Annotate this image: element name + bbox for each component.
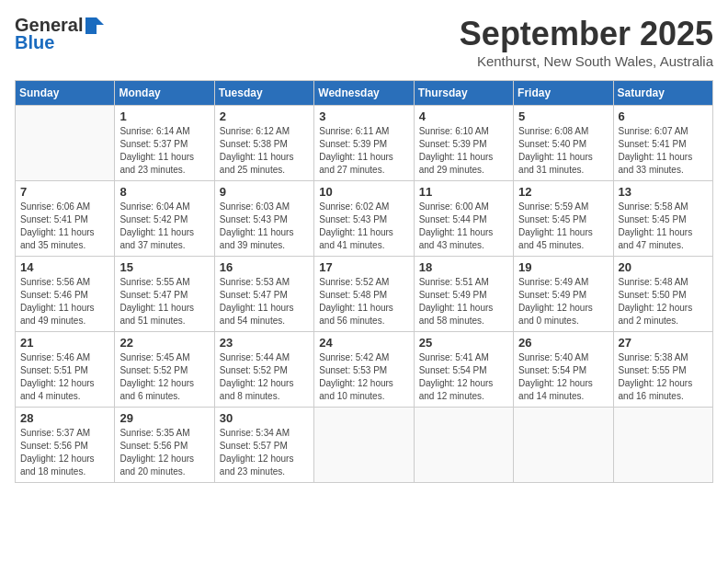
day-info: Sunrise: 6:14 AM Sunset: 5:37 PM Dayligh…	[119, 125, 209, 177]
day-number: 6	[619, 109, 708, 123]
header: General Blue September 2025 Kenthurst, N…	[15, 15, 713, 69]
col-header-friday: Friday	[514, 81, 613, 106]
day-info: Sunrise: 5:56 AM Sunset: 5:46 PM Dayligh…	[20, 276, 109, 327]
logo-blue: Blue	[15, 32, 54, 53]
day-info: Sunrise: 5:48 AM Sunset: 5:50 PM Dayligh…	[619, 276, 708, 327]
logo: General Blue	[15, 15, 105, 53]
calendar-cell: 25Sunrise: 5:41 AM Sunset: 5:54 PM Dayli…	[414, 332, 513, 408]
col-header-monday: Monday	[115, 81, 214, 106]
calendar-week-row: 1Sunrise: 6:14 AM Sunset: 5:37 PM Daylig…	[16, 106, 713, 181]
day-number: 24	[319, 336, 408, 350]
day-info: Sunrise: 6:03 AM Sunset: 5:43 PM Dayligh…	[220, 201, 309, 252]
location: Kenthurst, New South Wales, Australia	[460, 53, 713, 69]
col-header-thursday: Thursday	[414, 81, 513, 106]
day-number: 27	[619, 336, 708, 350]
calendar-cell: 11Sunrise: 6:00 AM Sunset: 5:44 PM Dayli…	[414, 181, 513, 257]
calendar-cell: 22Sunrise: 5:45 AM Sunset: 5:52 PM Dayli…	[115, 332, 214, 408]
day-number: 13	[619, 185, 708, 199]
day-number: 28	[20, 411, 109, 425]
calendar-cell: 30Sunrise: 5:34 AM Sunset: 5:57 PM Dayli…	[214, 408, 313, 483]
day-info: Sunrise: 6:00 AM Sunset: 5:44 PM Dayligh…	[419, 201, 508, 252]
day-number: 29	[119, 411, 209, 425]
day-number: 23	[220, 336, 309, 350]
day-info: Sunrise: 5:45 AM Sunset: 5:52 PM Dayligh…	[119, 351, 209, 403]
day-info: Sunrise: 5:51 AM Sunset: 5:49 PM Dayligh…	[419, 276, 508, 327]
day-info: Sunrise: 5:49 AM Sunset: 5:49 PM Dayligh…	[518, 276, 608, 327]
title-area: September 2025 Kenthurst, New South Wale…	[460, 15, 713, 69]
logo-icon	[84, 17, 104, 34]
day-info: Sunrise: 5:40 AM Sunset: 5:54 PM Dayligh…	[518, 351, 608, 403]
calendar-cell: 12Sunrise: 5:59 AM Sunset: 5:45 PM Dayli…	[514, 181, 613, 257]
calendar-cell: 16Sunrise: 5:53 AM Sunset: 5:47 PM Dayli…	[214, 257, 313, 332]
day-info: Sunrise: 5:46 AM Sunset: 5:51 PM Dayligh…	[20, 351, 109, 403]
day-number: 15	[119, 260, 209, 274]
svg-marker-0	[85, 17, 104, 34]
calendar-cell: 19Sunrise: 5:49 AM Sunset: 5:49 PM Dayli…	[514, 257, 613, 332]
calendar-cell: 8Sunrise: 6:04 AM Sunset: 5:42 PM Daylig…	[115, 181, 214, 257]
calendar-cell: 17Sunrise: 5:52 AM Sunset: 5:48 PM Dayli…	[314, 257, 414, 332]
col-header-sunday: Sunday	[16, 81, 115, 106]
calendar-cell: 27Sunrise: 5:38 AM Sunset: 5:55 PM Dayli…	[613, 332, 712, 408]
day-info: Sunrise: 5:35 AM Sunset: 5:56 PM Dayligh…	[119, 427, 209, 478]
day-info: Sunrise: 5:53 AM Sunset: 5:47 PM Dayligh…	[220, 276, 309, 327]
day-number: 20	[619, 260, 708, 274]
calendar-cell	[613, 408, 712, 483]
calendar-cell: 28Sunrise: 5:37 AM Sunset: 5:56 PM Dayli…	[16, 408, 115, 483]
day-number: 3	[319, 109, 408, 123]
calendar-cell: 1Sunrise: 6:14 AM Sunset: 5:37 PM Daylig…	[115, 106, 214, 181]
day-info: Sunrise: 6:10 AM Sunset: 5:39 PM Dayligh…	[419, 125, 508, 177]
day-number: 19	[518, 260, 608, 274]
day-number: 16	[220, 260, 309, 274]
day-info: Sunrise: 5:41 AM Sunset: 5:54 PM Dayligh…	[419, 351, 508, 403]
day-info: Sunrise: 6:11 AM Sunset: 5:39 PM Dayligh…	[319, 125, 408, 177]
calendar-cell: 3Sunrise: 6:11 AM Sunset: 5:39 PM Daylig…	[314, 106, 414, 181]
calendar-cell: 2Sunrise: 6:12 AM Sunset: 5:38 PM Daylig…	[214, 106, 313, 181]
day-number: 18	[419, 260, 508, 274]
calendar-cell: 14Sunrise: 5:56 AM Sunset: 5:46 PM Dayli…	[16, 257, 115, 332]
day-number: 4	[419, 109, 508, 123]
calendar-cell	[314, 408, 414, 483]
day-number: 26	[518, 336, 608, 350]
day-number: 14	[20, 260, 109, 274]
day-number: 11	[419, 185, 508, 199]
day-info: Sunrise: 6:04 AM Sunset: 5:42 PM Dayligh…	[119, 201, 209, 252]
day-info: Sunrise: 6:08 AM Sunset: 5:40 PM Dayligh…	[518, 125, 608, 177]
calendar-cell: 23Sunrise: 5:44 AM Sunset: 5:52 PM Dayli…	[214, 332, 313, 408]
col-header-tuesday: Tuesday	[214, 81, 313, 106]
day-number: 22	[119, 336, 209, 350]
day-number: 9	[220, 185, 309, 199]
calendar-cell	[414, 408, 513, 483]
day-info: Sunrise: 5:52 AM Sunset: 5:48 PM Dayligh…	[319, 276, 408, 327]
day-number: 2	[220, 109, 309, 123]
calendar-week-row: 28Sunrise: 5:37 AM Sunset: 5:56 PM Dayli…	[16, 408, 713, 483]
day-number: 5	[518, 109, 608, 123]
calendar-cell: 18Sunrise: 5:51 AM Sunset: 5:49 PM Dayli…	[414, 257, 513, 332]
calendar-cell: 20Sunrise: 5:48 AM Sunset: 5:50 PM Dayli…	[613, 257, 712, 332]
calendar-cell: 15Sunrise: 5:55 AM Sunset: 5:47 PM Dayli…	[115, 257, 214, 332]
day-info: Sunrise: 6:07 AM Sunset: 5:41 PM Dayligh…	[619, 125, 708, 177]
col-header-saturday: Saturday	[613, 81, 712, 106]
calendar-cell: 7Sunrise: 6:06 AM Sunset: 5:41 PM Daylig…	[16, 181, 115, 257]
col-header-wednesday: Wednesday	[314, 81, 414, 106]
calendar-cell: 10Sunrise: 6:02 AM Sunset: 5:43 PM Dayli…	[314, 181, 414, 257]
calendar-cell: 5Sunrise: 6:08 AM Sunset: 5:40 PM Daylig…	[514, 106, 613, 181]
calendar-header-row: SundayMondayTuesdayWednesdayThursdayFrid…	[16, 81, 713, 106]
calendar-cell	[16, 106, 115, 181]
calendar-week-row: 21Sunrise: 5:46 AM Sunset: 5:51 PM Dayli…	[16, 332, 713, 408]
day-number: 10	[319, 185, 408, 199]
calendar-cell: 9Sunrise: 6:03 AM Sunset: 5:43 PM Daylig…	[214, 181, 313, 257]
calendar-week-row: 14Sunrise: 5:56 AM Sunset: 5:46 PM Dayli…	[16, 257, 713, 332]
calendar-cell: 4Sunrise: 6:10 AM Sunset: 5:39 PM Daylig…	[414, 106, 513, 181]
calendar: SundayMondayTuesdayWednesdayThursdayFrid…	[15, 80, 713, 483]
day-info: Sunrise: 6:06 AM Sunset: 5:41 PM Dayligh…	[20, 201, 109, 252]
day-number: 8	[119, 185, 209, 199]
calendar-cell: 24Sunrise: 5:42 AM Sunset: 5:53 PM Dayli…	[314, 332, 414, 408]
day-info: Sunrise: 6:12 AM Sunset: 5:38 PM Dayligh…	[220, 125, 309, 177]
day-info: Sunrise: 5:42 AM Sunset: 5:53 PM Dayligh…	[319, 351, 408, 403]
day-info: Sunrise: 5:44 AM Sunset: 5:52 PM Dayligh…	[220, 351, 309, 403]
calendar-week-row: 7Sunrise: 6:06 AM Sunset: 5:41 PM Daylig…	[16, 181, 713, 257]
calendar-cell: 26Sunrise: 5:40 AM Sunset: 5:54 PM Dayli…	[514, 332, 613, 408]
day-info: Sunrise: 5:38 AM Sunset: 5:55 PM Dayligh…	[619, 351, 708, 403]
day-info: Sunrise: 6:02 AM Sunset: 5:43 PM Dayligh…	[319, 201, 408, 252]
day-number: 21	[20, 336, 109, 350]
